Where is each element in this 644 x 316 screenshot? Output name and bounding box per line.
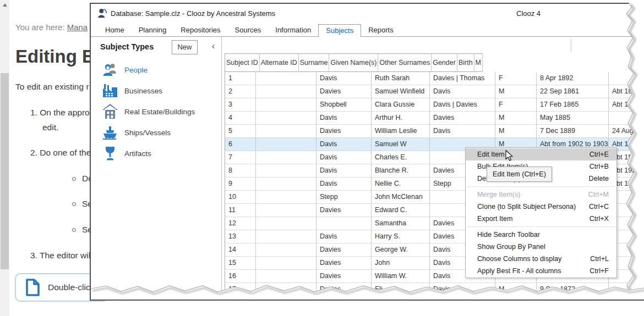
context-menu-item[interactable]: Merge Item(s) Ctrl+M: [466, 189, 616, 201]
context-menu-item[interactable]: Apply Best Fit - All columns Ctrl+F: [466, 265, 616, 277]
context-menu-item[interactable]: [466, 185, 616, 189]
help-intro: To edit an existing r: [15, 82, 89, 92]
context-menu-item[interactable]: Clone (to Split Subject Persona) Ctrl+C: [466, 201, 616, 213]
menu-item-shortcut: Ctrl+E: [590, 148, 616, 160]
new-subject-button[interactable]: New: [172, 40, 198, 54]
scrollbar-thumb[interactable]: [1, 73, 9, 269]
cell-given-names: Samuel Winfield: [372, 85, 430, 98]
table-row[interactable]: 1 Davis Ruth Sarah Davies | Thomas F 8 A…: [225, 72, 644, 85]
cell-alternate-id: [256, 125, 316, 138]
cell-given-names: Arthur H.: [372, 112, 430, 125]
column-header[interactable]: Birth: [457, 53, 474, 72]
subject-type-item[interactable]: People: [101, 59, 217, 80]
subject-type-label: Real Estate/Buildings: [124, 108, 195, 116]
cell-gender: M: [495, 85, 537, 98]
ribbon-tab[interactable]: Repositories: [173, 24, 227, 36]
cell-surname: Davis: [316, 72, 372, 85]
cell-given-names: Samuel W: [372, 138, 430, 151]
cell-surname: [316, 217, 372, 230]
help-step-3: 3. The editor wil: [30, 251, 90, 260]
toolbar-separator: [571, 39, 571, 52]
mouse-cursor-icon: [504, 149, 516, 162]
cell-subject-id: 12: [225, 217, 256, 230]
cell-subject-id: 13: [225, 230, 256, 243]
ribbon-tab[interactable]: Sources: [228, 24, 269, 36]
ribbon-tab[interactable]: Reports: [361, 24, 401, 36]
column-header[interactable]: Given Name(s): [329, 53, 378, 72]
cell-surname: Davis: [316, 151, 372, 164]
scrollbar-up-icon[interactable]: [0, 0, 9, 9]
page-scrollbar[interactable]: [0, 0, 9, 316]
cell-birth: 9 Sep 1872: [537, 283, 609, 296]
cell-other-surnames: Davis: [430, 85, 495, 98]
cell-alternate-id: [256, 204, 316, 217]
subject-type-item[interactable]: Ships/Vessels: [101, 122, 217, 143]
table-row[interactable]: 3 Shopbell Clara Gussie Davis | Davies F…: [225, 98, 644, 112]
cell-marriage: [609, 72, 644, 85]
subject-type-item[interactable]: Artifacts: [101, 143, 217, 164]
ribbon-tabs: HomePlanningRepositoriesSourcesInformati…: [98, 24, 401, 37]
subject-type-item[interactable]: Real Estate/Buildings: [101, 101, 217, 122]
cell-given-names: John McClenan: [372, 191, 430, 204]
column-header[interactable]: Alternate ID: [260, 53, 299, 72]
page-title: Editing E: [15, 46, 94, 67]
breadcrumb-link[interactable]: Mana: [67, 23, 88, 32]
cell-alternate-id: [256, 72, 316, 85]
menu-item-shortcut: Ctrl+X: [590, 213, 616, 225]
table-row[interactable]: 17 Davies Eli Davis M 9 Sep 1872: [225, 283, 644, 296]
cell-given-names: Edward C.: [372, 204, 430, 217]
cell-given-names: Ruth Sarah: [372, 72, 430, 85]
cell-gender: F: [495, 98, 537, 112]
cell-alternate-id: [256, 85, 316, 98]
menu-item-shortcut: Delete: [589, 173, 616, 185]
context-menu-item[interactable]: Hide Search Toolbar: [466, 229, 616, 241]
context-menu-item[interactable]: Choose Columns to display Ctrl+L: [466, 253, 616, 265]
context-menu-item[interactable]: Export Item Ctrl+X: [466, 213, 616, 225]
cell-birth: 8 Apr 1892: [537, 72, 609, 85]
table-row[interactable]: 2 Davies Samuel Winfield Davis M 22 Sep …: [225, 85, 644, 98]
cell-surname: Davies: [316, 85, 372, 98]
subject-types-header: Subject Types: [100, 42, 154, 51]
cell-subject-id: 14: [225, 243, 256, 257]
cell-given-names: Blanche R.: [372, 164, 430, 178]
cell-given-names: Samantha: [372, 217, 430, 230]
ribbon-tab[interactable]: Subjects: [318, 24, 361, 37]
building-icon: [101, 103, 119, 120]
cell-surname: Davis: [316, 112, 372, 125]
menu-item-label: Clone (to Split Subject Persona): [466, 201, 589, 213]
cell-subject-id: 2: [225, 85, 256, 98]
cell-marriage: [609, 283, 644, 296]
menu-item-shortcut: Ctrl+C: [589, 201, 616, 213]
cell-alternate-id: [256, 164, 316, 178]
context-menu-item[interactable]: Show Group By Panel: [466, 241, 616, 253]
subject-type-label: Ships/Vessels: [124, 129, 171, 137]
table-row[interactable]: 4 Davis Arthur H. Davies M May 1885: [225, 112, 644, 125]
cell-other-surnames: Davies | Thomas: [430, 72, 495, 85]
ribbon-tab[interactable]: Information: [268, 24, 318, 36]
ribbon-tab[interactable]: Planning: [132, 24, 174, 36]
subject-type-item[interactable]: Businesses: [101, 80, 217, 101]
help-step-1-cont: edit.: [42, 123, 58, 132]
bullet-icon: [72, 177, 76, 181]
ribbon-tab[interactable]: Home: [98, 24, 132, 36]
collapse-panel-icon[interactable]: ‹: [212, 41, 215, 51]
column-header[interactable]: Subject ID: [225, 53, 260, 72]
column-header[interactable]: Other Surnames: [378, 53, 432, 72]
cell-subject-id: 8: [225, 164, 256, 178]
cell-surname: Davies: [316, 125, 372, 138]
ship-icon: [101, 124, 119, 141]
help-step-2: 2. Do one of the: [30, 148, 91, 158]
cell-surname: Davis: [316, 138, 372, 151]
column-header[interactable]: Gender: [432, 53, 457, 72]
column-header[interactable]: Surname: [299, 53, 330, 72]
menu-item-shortcut: [609, 229, 616, 241]
menu-item-label: Choose Columns to display: [466, 253, 590, 265]
cell-gender: M: [495, 125, 537, 138]
context-menu-item[interactable]: Edit Item Ctrl+E: [466, 148, 616, 160]
table-row[interactable]: 5 Davies William Leslie Davis M 7 Dec 18…: [225, 125, 644, 138]
context-menu-item[interactable]: [466, 225, 616, 229]
column-header[interactable]: M: [474, 53, 483, 72]
cell-marriage: Abt 1884: [609, 98, 644, 112]
cell-subject-id: 15: [225, 257, 256, 270]
cell-surname: Stepp: [316, 191, 372, 204]
